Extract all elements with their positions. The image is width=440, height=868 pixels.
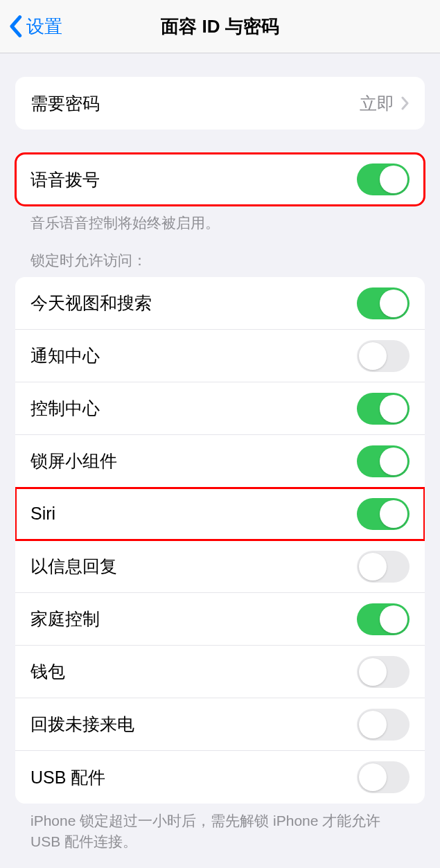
lock-access-row: 回拨未接来电 (15, 698, 425, 751)
toggle-knob (380, 605, 407, 633)
lock-access-item-toggle[interactable] (357, 393, 410, 425)
lock-access-item-label: 通知中心 (30, 344, 100, 367)
chevron-left-icon (8, 15, 22, 38)
require-passcode-group: 需要密码 立即 (15, 77, 425, 130)
lock-access-item-toggle[interactable] (357, 603, 410, 635)
lock-access-item-toggle[interactable] (357, 761, 410, 793)
toggle-knob (380, 500, 407, 528)
lock-access-item-toggle[interactable] (357, 340, 410, 372)
lock-access-row: 通知中心 (15, 330, 425, 382)
toggle-knob (359, 342, 387, 370)
toggle-knob (359, 658, 387, 686)
toggle-knob (380, 395, 407, 423)
lock-access-footer: iPhone 锁定超过一小时后，需先解锁 iPhone 才能允许 USB 配件连… (15, 804, 425, 851)
lock-access-item-label: Siri (30, 504, 55, 524)
lock-access-item-toggle[interactable] (357, 656, 410, 688)
lock-access-row: USB 配件 (15, 751, 425, 804)
lock-access-item-label: 以信息回复 (30, 555, 117, 578)
row-value: 立即 (360, 92, 410, 115)
require-passcode-row[interactable]: 需要密码 立即 (15, 77, 425, 130)
lock-access-item-label: 控制中心 (30, 397, 100, 420)
back-label: 设置 (26, 15, 62, 39)
lock-access-item-toggle[interactable] (357, 709, 410, 741)
lock-access-item-label: 回拨未接来电 (30, 713, 134, 736)
toggle-knob (380, 448, 407, 475)
lock-access-item-toggle[interactable] (357, 551, 410, 583)
page-title: 面容 ID 与密码 (161, 15, 279, 39)
voice-dial-toggle[interactable] (357, 163, 410, 195)
lock-access-item-label: 今天视图和搜索 (30, 292, 152, 315)
voice-dial-row: 语音拨号 (15, 153, 425, 206)
lock-access-item-label: 钱包 (30, 660, 65, 683)
back-button[interactable]: 设置 (8, 15, 62, 39)
lock-access-item-toggle[interactable] (357, 445, 410, 477)
lock-access-item-toggle[interactable] (357, 287, 410, 319)
lock-access-item-label: 家庭控制 (30, 608, 100, 630)
voice-dial-group: 语音拨号 (15, 153, 425, 206)
voice-dial-footer: 音乐语音控制将始终被启用。 (15, 206, 425, 233)
toggle-knob (380, 166, 407, 193)
toggle-knob (359, 763, 387, 791)
nav-bar: 设置 面容 ID 与密码 (0, 0, 440, 53)
lock-access-row: 今天视图和搜索 (15, 277, 425, 330)
lock-access-header: 锁定时允许访问： (15, 251, 425, 277)
chevron-right-icon (401, 96, 410, 110)
toggle-knob (359, 711, 387, 738)
toggle-knob (380, 290, 407, 317)
lock-access-row: 以信息回复 (15, 540, 425, 593)
lock-access-row: 钱包 (15, 646, 425, 698)
lock-access-item-label: 锁屏小组件 (30, 450, 117, 472)
require-passcode-label: 需要密码 (30, 92, 100, 115)
lock-access-row: 控制中心 (15, 382, 425, 435)
voice-dial-label: 语音拨号 (30, 168, 100, 191)
lock-access-row: 锁屏小组件 (15, 435, 425, 488)
lock-access-row: Siri (15, 488, 425, 540)
lock-access-item-label: USB 配件 (30, 766, 105, 789)
require-passcode-value: 立即 (360, 92, 394, 115)
toggle-knob (359, 553, 387, 581)
lock-access-group: 今天视图和搜索通知中心控制中心锁屏小组件Siri以信息回复家庭控制钱包回拨未接来… (15, 277, 425, 804)
lock-access-row: 家庭控制 (15, 593, 425, 646)
lock-access-item-toggle[interactable] (357, 498, 410, 530)
